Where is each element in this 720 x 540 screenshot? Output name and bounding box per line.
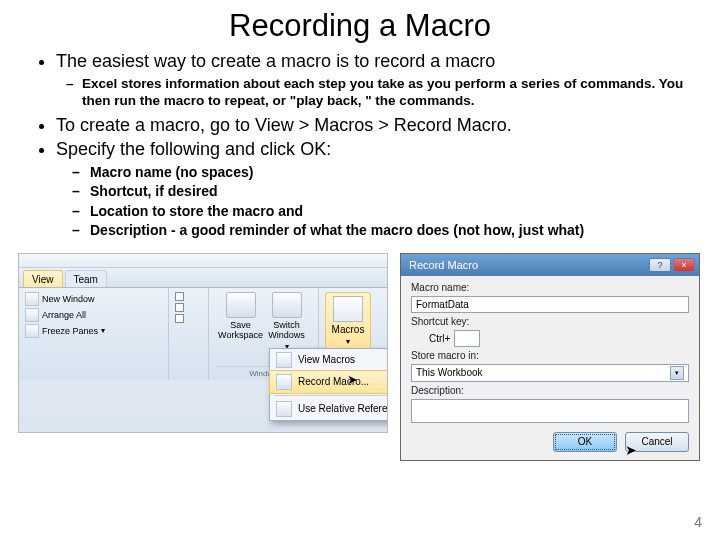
record-macro-dialog: Record Macro ? × Macro name: FormatData …	[400, 253, 700, 461]
tab-team[interactable]: Team	[65, 270, 107, 287]
bullet-2: To create a macro, go to View > Macros >…	[56, 114, 692, 137]
dialog-title-text: Record Macro	[409, 259, 478, 271]
ok-button[interactable]: OK	[553, 432, 617, 452]
ctrl-prefix: Ctrl+	[411, 333, 450, 344]
store-macro-label: Store macro in:	[411, 350, 689, 361]
macros-dropdown: View Macros Record Macro... Use Relative…	[269, 348, 388, 421]
tab-view[interactable]: View	[23, 270, 63, 287]
description-input[interactable]	[411, 399, 689, 423]
shortcut-key-input[interactable]	[454, 330, 480, 347]
play-icon	[276, 352, 292, 368]
store-macro-select[interactable]: This Workbook ▾	[411, 364, 689, 382]
slide-title: Recording a Macro	[0, 8, 720, 44]
record-macro-item[interactable]: Record Macro...	[269, 370, 388, 394]
record-icon	[276, 374, 292, 390]
bullet-3: Specify the following and click OK: Macr…	[56, 138, 692, 241]
macro-name-label: Macro name:	[411, 282, 689, 293]
chevron-down-icon: ▾	[670, 366, 684, 380]
dialog-titlebar: Record Macro ? ×	[401, 254, 699, 276]
macros-icon	[333, 296, 363, 322]
save-workspace-button[interactable]: Save Workspace	[221, 292, 261, 351]
bullet-3d: Description - a good reminder of what th…	[90, 221, 692, 241]
new-window-item[interactable]: New Window	[25, 292, 162, 306]
window-icon	[25, 292, 39, 306]
freeze-panes-item[interactable]: Freeze Panes ▾	[25, 324, 162, 338]
freeze-icon	[25, 324, 39, 338]
chevron-down-icon: ▾	[346, 337, 350, 346]
switch-windows-button[interactable]: Switch Windows▾	[267, 292, 307, 351]
slide-content: The easiest way to create a macro is to …	[0, 50, 720, 241]
macro-name-input[interactable]: FormatData	[411, 296, 689, 313]
bullet-3a: Macro name (no spaces)	[90, 163, 692, 183]
bullet-1: The easiest way to create a macro is to …	[56, 50, 692, 110]
page-number: 4	[694, 514, 702, 530]
bullet-3c: Location to store the macro and	[90, 202, 692, 222]
view-macros-item[interactable]: View Macros	[270, 349, 388, 371]
close-button[interactable]: ×	[673, 258, 695, 272]
save-icon	[226, 292, 256, 318]
arrange-all-item[interactable]: Arrange All	[25, 308, 162, 322]
cursor-icon: ➤	[347, 372, 358, 387]
shortcut-key-label: Shortcut key:	[411, 316, 689, 327]
description-label: Description:	[411, 385, 689, 396]
chevron-down-icon: ▾	[101, 326, 105, 335]
bullet-3b: Shortcut, if desired	[90, 182, 692, 202]
switch-icon	[272, 292, 302, 318]
relative-icon	[276, 401, 292, 417]
ribbon-screenshot: View Team New Window Arrange All Freeze …	[18, 253, 388, 433]
ribbon-tabs: View Team	[19, 268, 387, 288]
help-button[interactable]: ?	[649, 258, 671, 272]
arrange-icon	[25, 308, 39, 322]
bullet-1a: Excel stores information about each step…	[82, 75, 692, 110]
macros-button[interactable]: Macros ▾	[325, 292, 371, 350]
cursor-icon: ➤	[625, 442, 637, 458]
use-relative-item[interactable]: Use Relative References	[270, 398, 388, 420]
